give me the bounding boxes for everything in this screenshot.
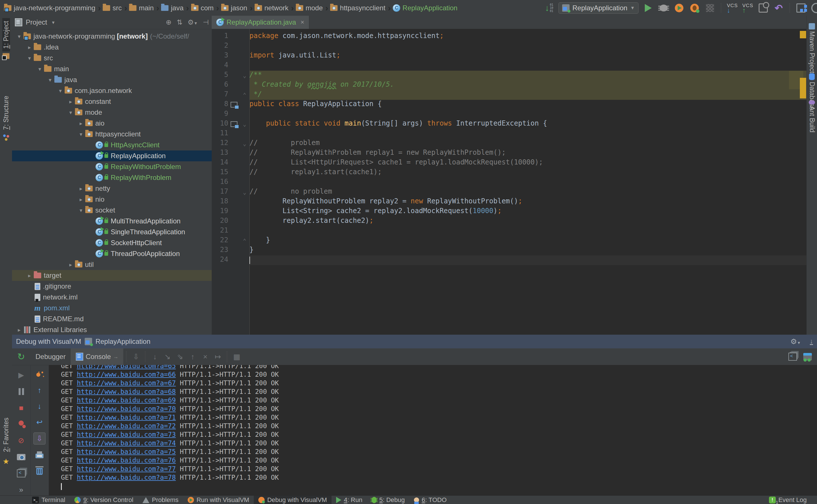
code-line[interactable]: 10⌄ public static void main(String[] arg… <box>212 119 807 129</box>
console-url-link[interactable]: http://www.baidu.com?a=65 <box>77 365 176 370</box>
tool-stripe-item-ant-build[interactable]: Ant Build <box>807 99 817 132</box>
code-line[interactable]: 14// List<HttpUriRequest> cache1 = repla… <box>212 158 807 168</box>
console-url-link[interactable]: http://www.baidu.com?a=76 <box>77 457 176 464</box>
code-line[interactable]: 4 <box>212 61 807 71</box>
undo-button[interactable]: ↶ <box>773 2 784 14</box>
thread-dump-icon[interactable] <box>15 451 27 463</box>
tree-row[interactable]: ▸External Libraries <box>12 324 212 335</box>
code-line[interactable]: 6 * Created by gengjie on 2017/10/5. <box>212 80 807 90</box>
resume-icon[interactable]: ▶ <box>15 370 27 381</box>
breadcrumb-item[interactable]: jason <box>221 4 247 12</box>
tool-stripe-item-structure[interactable]: 7: Structure <box>0 93 12 143</box>
code-line[interactable]: 1package com.jason.network.mode.httpasyn… <box>212 32 807 41</box>
tree-row[interactable]: ▸util <box>12 259 212 270</box>
tool-stripe-item-favorites[interactable]: 2: Favorites★ <box>0 415 12 468</box>
status-item-run-with-visualvm[interactable]: Run with VisualVM <box>183 496 254 504</box>
scrollbar-thumb[interactable] <box>800 78 806 98</box>
console-url-link[interactable]: http://www.baidu.com?a=70 <box>77 405 176 412</box>
hide-panel-icon[interactable]: ⊣ <box>203 18 209 26</box>
tree-row[interactable]: CSingleThreadApplication <box>12 227 212 237</box>
print-icon[interactable] <box>34 449 45 461</box>
breadcrumb-item[interactable]: com <box>191 4 214 12</box>
code-line[interactable]: 12⌄// problem <box>212 139 807 148</box>
editor-layout-button[interactable] <box>795 2 807 14</box>
tree-row[interactable]: README.md <box>12 313 212 324</box>
debug-with-visualvm-button[interactable] <box>689 2 700 14</box>
restore-layout-icon[interactable] <box>15 468 27 479</box>
drop-frame-icon[interactable]: × <box>199 352 211 361</box>
code-line[interactable]: 11 <box>212 129 807 139</box>
fold-icon[interactable]: ⌄ <box>240 119 249 129</box>
incoming-changes-indicator[interactable]: ↓ 011001 <box>545 3 553 13</box>
evaluate-expression-icon[interactable]: ▦ <box>230 352 243 361</box>
tree-row[interactable]: ▾main <box>12 64 212 74</box>
restore-layout-icon[interactable] <box>788 353 797 361</box>
code-line[interactable]: 20 replay2.start(cache2); <box>212 217 807 226</box>
fold-icon[interactable]: ⌃ <box>240 236 249 246</box>
status-item-todo[interactable]: 6: TODO <box>409 496 451 504</box>
project-view-title[interactable]: Project <box>26 18 47 26</box>
code-line[interactable]: 8public class ReplayApplication { <box>212 100 807 110</box>
tree-row[interactable]: ▸target <box>12 270 212 281</box>
status-item-debug[interactable]: 5: Debug <box>367 496 409 504</box>
search-button[interactable] <box>811 2 817 14</box>
fold-icon[interactable]: ⌄ <box>240 139 249 148</box>
status-item-problems[interactable]: Problems <box>138 496 183 504</box>
console-url-link[interactable]: http://www.baidu.com?a=67 <box>77 379 176 387</box>
code-line[interactable]: 9 <box>212 110 807 119</box>
status-item-debug-with-visualvm[interactable]: Debug with VisualVM <box>254 496 332 504</box>
code-area[interactable]: 1package com.jason.network.mode.httpasyn… <box>212 32 807 265</box>
tree-row[interactable]: CThreadPoolApplication <box>12 248 212 259</box>
tree-row[interactable]: ▸constant <box>12 96 212 107</box>
run-button[interactable] <box>643 2 654 14</box>
tree-row[interactable]: .gitignore <box>12 281 212 292</box>
tree-arrow-icon[interactable]: ▸ <box>66 261 75 268</box>
tree-row[interactable]: ▾httpasyncclient <box>12 129 212 140</box>
hide-panel-icon[interactable]: ↓ <box>810 338 813 345</box>
tool-stripe-item-maven-projects[interactable]: Maven Projects <box>807 21 817 77</box>
more-icon[interactable]: » <box>15 484 27 495</box>
step-over-icon[interactable]: ↓ <box>148 352 161 361</box>
code-line[interactable]: 16 <box>212 178 807 187</box>
status-item-event-log[interactable]: !Event Log <box>764 496 811 504</box>
vcs-update-button[interactable]: VCS↓ <box>727 2 738 14</box>
console-url-link[interactable]: http://www.baidu.com?a=75 <box>77 448 176 455</box>
code-line[interactable]: 22⌃ } <box>212 236 807 246</box>
soft-wrap-icon[interactable]: ↩ <box>34 416 45 428</box>
tree-row[interactable]: mpom.xml <box>12 303 212 313</box>
view-breakpoints-icon[interactable] <box>15 419 27 430</box>
code-line[interactable]: 24 <box>212 255 807 265</box>
tree-row[interactable]: ▸aio <box>12 118 212 129</box>
tree-row[interactable]: ▾socket <box>12 205 212 216</box>
chevron-down-icon[interactable]: ▼ <box>51 20 55 25</box>
breadcrumb-item[interactable]: CReplayApplication <box>393 4 457 12</box>
step-into-icon[interactable]: ↘ <box>161 352 174 361</box>
fold-icon[interactable]: ⌄ <box>240 71 249 80</box>
debug-tab-console[interactable]: Console→ <box>71 348 123 365</box>
step-out-icon[interactable]: ↑ <box>186 352 199 361</box>
tree-row[interactable]: CReplayWithoutProblem <box>12 161 212 172</box>
tree-arrow-icon[interactable]: ▾ <box>77 131 85 138</box>
tree-row[interactable]: ▾java <box>12 74 212 85</box>
tree-arrow-icon[interactable]: ▾ <box>56 88 65 94</box>
tree-row[interactable]: ▸nio <box>12 194 212 205</box>
tree-row[interactable]: ▾src <box>12 53 212 64</box>
scroll-to-end-icon[interactable]: ⇩ <box>33 432 45 445</box>
tree-row[interactable]: ▾mode <box>12 107 212 118</box>
tree-row[interactable]: CHttpAsyncClient <box>12 140 212 150</box>
tree-arrow-icon[interactable]: ▾ <box>77 207 85 214</box>
code-line[interactable]: 23} <box>212 246 807 255</box>
collapse-all-icon[interactable]: ⇅ <box>177 18 183 26</box>
breadcrumb-item[interactable]: httpasyncclient <box>330 4 385 12</box>
editor-tab-replayapplication[interactable]: C ReplayApplication.java × <box>212 16 309 29</box>
code-line[interactable]: 19 List<String> cache2 = replay2.loadMoc… <box>212 207 807 217</box>
code-line[interactable]: 7⌃ */ <box>212 90 807 100</box>
breadcrumb-item[interactable]: java-network-programming <box>4 4 95 12</box>
clear-all-icon[interactable] <box>34 465 45 477</box>
status-item-terminal[interactable]: >_Terminal <box>27 496 70 504</box>
code-line[interactable]: 17⌄// no problem <box>212 187 807 197</box>
code-line[interactable]: 15// replay1.start(cache1); <box>212 168 807 178</box>
fold-icon[interactable]: ⌄ <box>240 187 249 197</box>
tree-arrow-icon[interactable]: ▸ <box>77 120 85 127</box>
status-item-version-control[interactable]: 9: Version Control <box>70 496 138 504</box>
